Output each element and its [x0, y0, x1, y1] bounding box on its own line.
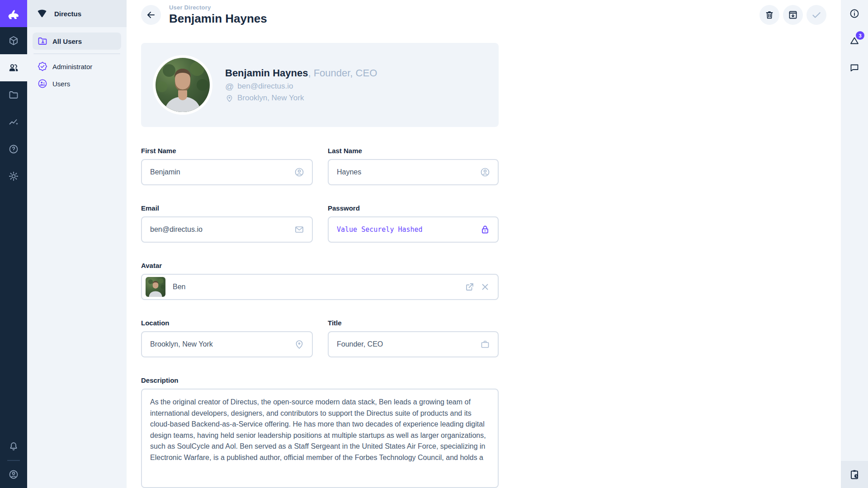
breadcrumb[interactable]: User Directory	[169, 4, 267, 11]
account-circle-icon	[8, 469, 19, 480]
field-password: Password	[328, 204, 499, 243]
supervised-user-icon	[37, 78, 48, 89]
sidebar-item-administrator[interactable]: Administrator	[33, 58, 121, 75]
help-icon	[8, 144, 19, 155]
cube-icon	[8, 35, 19, 46]
location-input[interactable]	[150, 340, 289, 348]
card-location-row: Brooklyn, New York	[225, 94, 377, 103]
field-label: Location	[141, 319, 313, 327]
email-input[interactable]	[150, 225, 289, 234]
comments-sidebar-button[interactable]	[849, 62, 860, 73]
module-user-directory[interactable]	[0, 54, 27, 81]
open-in-new-icon[interactable]	[464, 282, 475, 292]
field-last-name: Last Name	[328, 147, 499, 185]
nav-sidebar: Directus All Users Administrator User	[27, 0, 127, 488]
field-avatar: Avatar Ben	[141, 262, 499, 300]
directus-app: Directus All Users Administrator User	[0, 0, 868, 488]
avatar-photo	[156, 58, 210, 112]
archive-icon	[788, 9, 798, 20]
person-circle-icon	[480, 167, 491, 178]
nav-items: All Users Administrator Users	[27, 27, 127, 98]
title-block: User Directory Benjamin Haynes	[169, 4, 267, 26]
title-input[interactable]	[337, 340, 475, 348]
header-actions	[760, 5, 826, 25]
at-sign-icon: @	[225, 82, 234, 91]
info-icon	[849, 8, 860, 19]
avatar-actions	[464, 282, 491, 292]
item-form: Benjamin Haynes, Founder, CEO @ ben@dire…	[127, 29, 841, 488]
gear-icon	[8, 171, 19, 182]
avatar-file-input[interactable]: Ben	[141, 274, 499, 300]
page-header: User Directory Benjamin Haynes	[127, 0, 841, 29]
sidebar-item-users[interactable]: Users	[33, 75, 121, 92]
map-pin-icon	[294, 339, 305, 350]
back-button[interactable]	[141, 5, 161, 25]
user-profile-card: Benjamin Haynes, Founder, CEO @ ben@dire…	[141, 43, 499, 127]
module-account[interactable]	[0, 461, 27, 488]
first-name-input[interactable]	[150, 168, 289, 176]
field-label: Last Name	[328, 147, 499, 155]
save-button[interactable]	[807, 5, 826, 25]
avatar-file-name: Ben	[173, 283, 460, 291]
rabbit-logo-icon	[6, 6, 21, 21]
map-pin-icon	[225, 94, 234, 103]
module-content[interactable]	[0, 27, 27, 54]
clipboard-clock-icon	[849, 469, 860, 480]
last-name-input[interactable]	[337, 168, 475, 176]
field-label: Email	[141, 204, 313, 212]
card-name-row: Benjamin Haynes, Founder, CEO	[225, 67, 377, 79]
users-icon	[8, 62, 19, 73]
sidebar-item-label: Users	[52, 80, 70, 88]
person-circle-icon	[294, 167, 305, 178]
email-input-shell	[141, 216, 313, 243]
module-settings[interactable]	[0, 163, 27, 190]
nav-divider	[33, 53, 120, 54]
field-description: Description As the original creator of D…	[141, 376, 499, 488]
main-content: User Directory Benjamin Haynes	[127, 0, 841, 488]
card-user-name: Benjamin Haynes	[225, 67, 308, 79]
avatar-ring	[153, 55, 212, 115]
module-file-library[interactable]	[0, 81, 27, 108]
description-textarea[interactable]: As the original creator of Directus, the…	[141, 389, 499, 488]
delete-button[interactable]	[760, 5, 779, 25]
title-input-shell	[328, 331, 499, 357]
field-label: Description	[141, 376, 499, 384]
first-name-input-shell	[141, 159, 313, 185]
field-label: Password	[328, 204, 499, 212]
notifications-sidebar-button[interactable]: 3	[849, 35, 860, 46]
briefcase-icon	[480, 339, 491, 350]
revisions-footer-button[interactable]	[841, 461, 868, 488]
module-help[interactable]	[0, 136, 27, 163]
info-sidebar-button[interactable]	[849, 8, 860, 19]
module-notifications-bell[interactable]	[0, 433, 27, 460]
directus-logo[interactable]	[0, 0, 27, 27]
field-label: Avatar	[141, 262, 499, 269]
trash-icon	[764, 9, 775, 20]
project-status-icon	[36, 8, 48, 19]
notification-count-badge: 3	[856, 31, 864, 40]
module-bar	[0, 0, 27, 488]
card-email: ben@directus.io	[237, 82, 293, 91]
avatar-thumbnail	[146, 277, 165, 297]
card-location: Brooklyn, New York	[237, 94, 304, 103]
password-input[interactable]	[337, 225, 475, 234]
folder-icon	[8, 89, 19, 100]
form-grid: First Name Last Name	[141, 147, 499, 488]
field-first-name: First Name	[141, 147, 313, 185]
module-bar-spacer	[0, 190, 27, 433]
field-title: Title	[328, 319, 499, 357]
right-sidebar: 3	[841, 0, 868, 488]
arrow-left-icon	[146, 9, 156, 20]
sidebar-item-all-users[interactable]: All Users	[33, 33, 121, 50]
check-icon	[811, 9, 822, 21]
module-insights[interactable]	[0, 108, 27, 136]
project-header[interactable]: Directus	[27, 0, 127, 27]
field-label: First Name	[141, 147, 313, 155]
password-input-shell	[328, 216, 499, 243]
card-email-row: @ ben@directus.io	[225, 82, 377, 91]
field-email: Email	[141, 204, 313, 243]
folder-user-icon	[37, 36, 48, 47]
archive-button[interactable]	[783, 5, 803, 25]
sidebar-item-label: Administrator	[52, 63, 92, 70]
close-icon[interactable]	[480, 282, 491, 292]
